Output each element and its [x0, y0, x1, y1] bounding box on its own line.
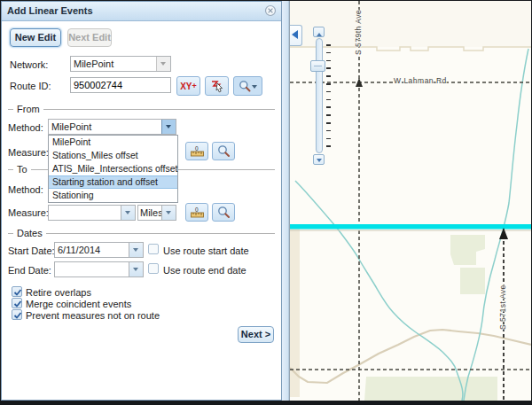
start-date-label: Start Date:	[8, 245, 55, 256]
to-measure-trigger[interactable]	[121, 206, 135, 220]
magnifier-icon	[217, 206, 231, 219]
zoom-slider-ticks	[326, 44, 331, 151]
road-label-s579th: S 579th Ave	[354, 10, 363, 55]
app-window: Add Linear Events New Edit Next Edit Net…	[0, 0, 532, 405]
dropdown-option[interactable]: Stationing	[49, 189, 177, 202]
xy-icon: XY	[180, 82, 192, 91]
to-units-trigger[interactable]	[161, 206, 176, 220]
map-canvas[interactable]: W Lahman Rd S 579th Ave S 571st Ave	[289, 1, 531, 401]
collapse-panel-button[interactable]	[290, 25, 302, 46]
panel-map-splitter[interactable]	[282, 1, 289, 401]
trail-line	[290, 330, 531, 383]
close-icon[interactable]	[264, 4, 277, 17]
prevent-measures-checkbox[interactable]	[12, 309, 22, 320]
add-linear-events-panel: Add Linear Events New Edit Next Edit Net…	[1, 1, 282, 401]
from-method-value: MilePoint	[49, 120, 161, 134]
field-patch	[364, 377, 497, 401]
dropdown-option[interactable]: Stations_Miles offset	[49, 149, 177, 162]
to-measure-from-map-button[interactable]: 0	[185, 203, 208, 222]
end-date-combo[interactable]	[54, 261, 144, 277]
start-date-value: 6/11/2014	[55, 243, 129, 257]
map-top-band	[290, 1, 531, 47]
dropdown-option[interactable]: MilePoint	[49, 136, 177, 149]
dropdown-option[interactable]: ATIS_Mile_Intersections offset	[49, 162, 177, 175]
magnifier-icon	[239, 80, 251, 92]
zoom-slider-track[interactable]	[316, 38, 323, 153]
to-measure-combo[interactable]	[48, 205, 136, 221]
dates-legend: Dates	[13, 228, 46, 238]
zoom-slider-thumb[interactable]	[310, 60, 325, 72]
network-value: MilePoint	[71, 57, 156, 71]
from-measure-label: Measure:	[8, 147, 49, 158]
next-button[interactable]: Next >	[238, 326, 274, 343]
magnifier-icon	[217, 144, 231, 158]
use-route-end-label: Use route end date	[163, 265, 246, 276]
from-method-dropdown-trigger[interactable]	[161, 120, 176, 134]
river-line	[295, 181, 463, 401]
to-measure-label: Measure:	[8, 207, 49, 218]
svg-text:0: 0	[195, 145, 199, 152]
method-dropdown-list: MilePoint Stations_Miles offset ATIS_Mil…	[48, 135, 178, 203]
chevron-down-icon	[252, 85, 257, 91]
network-combo[interactable]: MilePoint	[70, 56, 171, 72]
from-method-label: Method:	[8, 122, 43, 133]
field-patch	[450, 235, 485, 265]
road-arrow-icon	[499, 228, 508, 239]
dates-separator	[8, 233, 275, 234]
retire-overlaps-checkbox[interactable]	[12, 286, 22, 297]
end-date-trigger[interactable]	[129, 262, 143, 276]
use-route-start-label: Use route start date	[163, 245, 249, 256]
from-measure-from-map-button[interactable]: 0	[185, 142, 208, 160]
merge-coincident-label: Merge coincident events	[26, 299, 131, 309]
network-dropdown-trigger	[156, 57, 170, 71]
from-legend: From	[13, 104, 43, 114]
prevent-measures-label: Prevent measures not on route	[26, 310, 160, 321]
ruler-icon: 0	[190, 145, 205, 158]
panel-header: Add Linear Events	[2, 2, 281, 21]
start-date-trigger[interactable]	[129, 243, 143, 257]
zoom-in-button[interactable]	[313, 27, 325, 37]
xy-coordinate-button[interactable]: XY+	[176, 76, 200, 96]
zoom-out-button[interactable]	[313, 154, 325, 165]
network-label: Network:	[10, 59, 48, 70]
search-route-dropdown-button[interactable]	[233, 76, 262, 96]
to-units-combo[interactable]: Miles	[137, 205, 176, 221]
start-date-combo[interactable]: 6/11/2014	[54, 242, 144, 258]
to-legend: To	[13, 164, 31, 175]
retire-overlaps-label: Retire overlaps	[26, 287, 91, 298]
road-label-w-lahman: W Lahman Rd	[394, 76, 447, 85]
ruler-icon: 0	[190, 206, 205, 219]
route-id-label: Route ID:	[10, 81, 51, 91]
from-method-combo[interactable]: MilePoint	[48, 119, 176, 135]
arrow-up-icon	[317, 30, 322, 36]
from-measure-search-button[interactable]	[212, 142, 235, 160]
select-arrow-icon	[210, 79, 224, 93]
next-edit-button: Next Edit	[67, 28, 112, 47]
new-edit-button[interactable]: New Edit	[10, 28, 61, 47]
arrow-down-icon	[317, 159, 322, 165]
route-id-input[interactable]	[70, 77, 171, 93]
field-patch	[460, 268, 485, 294]
panel-title: Add Linear Events	[7, 5, 93, 16]
road-label-s571st: S 571st Ave	[498, 284, 507, 330]
dropdown-option-highlighted[interactable]: Starting station and offset	[49, 175, 177, 189]
use-route-start-checkbox[interactable]	[148, 244, 159, 254]
from-separator	[8, 109, 275, 110]
highlighted-route	[290, 224, 531, 230]
use-route-end-checkbox[interactable]	[148, 263, 159, 274]
svg-text:0: 0	[195, 206, 199, 213]
to-method-label: Method:	[8, 184, 43, 195]
select-route-on-map-button[interactable]	[205, 76, 229, 96]
merge-coincident-checkbox[interactable]	[12, 298, 22, 308]
end-date-value	[55, 262, 129, 276]
to-measure-search-button[interactable]	[212, 203, 235, 222]
to-units-value: Miles	[138, 206, 161, 220]
chevron-left-icon	[292, 30, 298, 39]
end-date-label: End Date:	[8, 265, 51, 276]
